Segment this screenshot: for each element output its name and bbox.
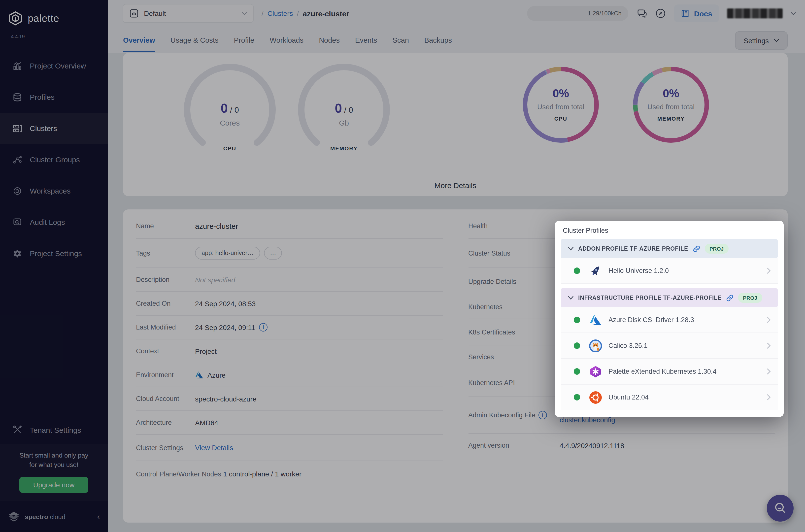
pack-name: Hello Universe 1.2.0 [609, 267, 669, 274]
proj-scope-badge: PROJ [738, 293, 762, 303]
link-icon[interactable] [726, 294, 733, 302]
pxk-logo [589, 364, 602, 378]
chevron-right-icon [767, 394, 771, 400]
addon-profile-section-header[interactable]: ADDON PROFILE TF-AZURE-PROFILE PROJ [561, 239, 778, 258]
ubuntu-logo [589, 390, 602, 404]
pack-name: Palette eXtended Kubernetes 1.30.4 [609, 368, 716, 375]
chevron-right-icon [767, 342, 771, 349]
profile-pack-row-calico[interactable]: Calico 3.26.1 [561, 333, 778, 359]
chevron-down-icon [568, 296, 574, 300]
profile-pack-row-ubuntu[interactable]: Ubuntu 22.04 [561, 385, 778, 410]
pack-status-dot [574, 317, 580, 323]
hello-universe-logo [589, 264, 602, 278]
profile-pack-row-hello-universe[interactable]: Hello Universe 1.2.0 [561, 258, 778, 284]
pack-name: Ubuntu 22.04 [609, 394, 649, 401]
section-gap [561, 284, 778, 288]
link-icon[interactable] [693, 245, 700, 252]
pack-name: Calico 3.26.1 [609, 342, 648, 349]
chevron-down-icon [568, 247, 574, 251]
pack-status-dot [574, 394, 580, 400]
infrastructure-profile-section-header[interactable]: INFRASTRUCTURE PROFILE TF-AZURE-PROFILE … [561, 288, 778, 307]
pack-status-dot [574, 267, 580, 274]
addon-profile-name: ADDON PROFILE TF-AZURE-PROFILE [578, 246, 688, 252]
profile-pack-row-azure-disk[interactable]: Azure Disk CSI Driver 1.28.3 [561, 307, 778, 333]
calico-logo [589, 339, 602, 353]
pack-status-dot [574, 342, 580, 349]
azure-logo [589, 313, 602, 327]
chevron-right-icon [767, 368, 771, 375]
palette-app: palette 4.4.19 Project Overview Profiles… [0, 0, 805, 532]
chevron-right-icon [767, 267, 771, 274]
cluster-profiles-popup: Cluster Profiles ADDON PROFILE TF-AZURE-… [555, 221, 784, 417]
profile-pack-row-pxk[interactable]: Palette eXtended Kubernetes 1.30.4 [561, 359, 778, 385]
chevron-right-icon [767, 317, 771, 323]
popup-title: Cluster Profiles [563, 227, 778, 234]
pack-status-dot [574, 368, 580, 375]
proj-scope-badge: PROJ [705, 244, 729, 253]
infrastructure-profile-name: INFRASTRUCTURE PROFILE TF-AZURE-PROFILE [578, 295, 722, 301]
pack-name: Azure Disk CSI Driver 1.28.3 [609, 316, 694, 324]
